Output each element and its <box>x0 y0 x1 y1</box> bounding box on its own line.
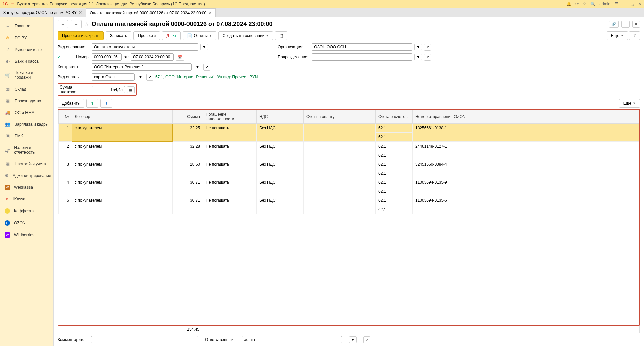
responsible-input[interactable] <box>241 336 342 343</box>
col-num[interactable]: № <box>59 110 72 124</box>
table-row[interactable]: 3с покупателем28,50Не погашатьБез НДС62.… <box>59 160 639 169</box>
dept-input[interactable] <box>312 53 412 61</box>
cell-acc1[interactable]: 62.1 <box>376 124 413 133</box>
sidebar-item[interactable]: 🛒Покупки и продажи <box>0 67 53 83</box>
cell-invoice[interactable] <box>304 142 376 160</box>
table-more-button[interactable]: Еще ▼ <box>619 99 640 108</box>
sidebar-item[interactable]: 🚚ОС и НМА <box>0 107 53 118</box>
dropdown-icon[interactable]: ▼ <box>349 336 357 343</box>
cell-repay[interactable]: Не погашать <box>203 160 257 178</box>
cell-invoice[interactable] <box>304 196 376 214</box>
sidebar-item[interactable]: ✻PO.BY <box>0 32 53 44</box>
bell-icon[interactable]: 🔔 <box>566 2 571 6</box>
open-icon[interactable]: ↗ <box>424 44 431 51</box>
cell-sum[interactable]: 32,28 <box>173 142 203 160</box>
close-icon[interactable]: ✕ <box>208 10 212 15</box>
payment-type-input[interactable] <box>92 73 135 81</box>
record-button[interactable]: Записать <box>106 31 131 40</box>
tab-ozon-load[interactable]: Загрузка продаж OZON по дням PO.BY ✕ <box>0 8 86 17</box>
col-accounts[interactable]: Счета расчетов <box>376 110 413 124</box>
calendar-icon[interactable]: 📅 <box>176 54 184 61</box>
cell-contract[interactable]: с покупателем <box>72 124 173 142</box>
sidebar-item[interactable]: ▦Склад <box>0 83 53 95</box>
cell-ozon[interactable]: 13256661-0138-1 <box>413 124 639 142</box>
cell-acc1[interactable]: 62.1 <box>376 160 413 169</box>
payment-link[interactable]: 57.1, ООО "Интернет Решения", б/н вид: П… <box>155 75 258 79</box>
dropdown-icon[interactable]: ▼ <box>200 44 208 50</box>
post-and-close-button[interactable]: Провести и закрыть <box>58 31 104 40</box>
dtkt-button[interactable]: ДтКт <box>162 31 181 40</box>
calculator-icon[interactable]: ▦ <box>127 86 135 93</box>
sidebar-item[interactable]: WWildberries <box>0 229 53 241</box>
cell-acc1[interactable]: 62.1 <box>376 196 413 205</box>
dropdown-icon[interactable]: ▼ <box>414 54 422 60</box>
cell-acc2[interactable]: 62.1 <box>376 133 413 142</box>
cell-repay[interactable]: Не погашать <box>203 124 257 142</box>
close-form-icon[interactable]: ✕ <box>632 21 640 28</box>
number-input[interactable] <box>92 53 122 61</box>
dropdown-icon[interactable]: ▼ <box>194 64 201 70</box>
open-icon[interactable]: ↗ <box>424 54 431 61</box>
operation-type-input[interactable] <box>92 43 198 51</box>
open-icon[interactable]: ↗ <box>203 64 210 71</box>
cell-vat[interactable]: Без НДС <box>257 160 304 178</box>
cell-ozon[interactable]: 11003694-0135-9 <box>413 178 639 196</box>
cell-sum[interactable]: 30,71 <box>173 196 203 214</box>
close-icon[interactable]: ✕ <box>79 10 83 15</box>
cell-acc2[interactable]: 62.1 <box>376 151 413 160</box>
favorite-icon[interactable]: ☆ <box>84 21 89 27</box>
sidebar-item[interactable]: ▦Настройки учета <box>0 158 53 170</box>
post-button[interactable]: Провести <box>133 31 160 40</box>
sidebar-item[interactable]: ДтНалоги и отчетность <box>0 142 53 158</box>
cell-repay[interactable]: Не погашать <box>203 178 257 196</box>
star-icon[interactable]: ☆ <box>583 2 586 6</box>
sidebar-item[interactable]: OOZON <box>0 217 53 229</box>
cell-contract[interactable]: с покупателем <box>72 178 173 196</box>
history-icon[interactable]: ⟳ <box>575 2 579 6</box>
search-icon[interactable]: 🔍 <box>590 2 595 6</box>
reports-button[interactable]: 📄 Отчеты ▼ <box>183 31 216 40</box>
table-row[interactable]: 2с покупателем32,28Не погашатьБез НДС62.… <box>59 142 639 151</box>
cell-repay[interactable]: Не погашать <box>203 142 257 160</box>
table-row[interactable]: 1с покупателем32,25Не погашатьБез НДС62.… <box>59 124 639 133</box>
cell-invoice[interactable] <box>304 160 376 178</box>
help-button[interactable]: ? <box>629 31 640 40</box>
cell-invoice[interactable] <box>304 178 376 196</box>
user-label[interactable]: admin <box>599 2 610 6</box>
add-button[interactable]: Добавить <box>58 99 84 108</box>
col-contract[interactable]: Договор <box>72 110 173 124</box>
amount-input[interactable] <box>92 86 125 93</box>
sidebar-item[interactable]: ↗Руководителю <box>0 44 53 55</box>
hamburger-icon[interactable]: ≡ <box>11 1 14 7</box>
cell-ozon[interactable]: 32451550-0384-4 <box>413 160 639 178</box>
table-row[interactable]: 5с покупателем30,71Не погашатьБез НДС62.… <box>59 196 639 205</box>
cell-vat[interactable]: Без НДС <box>257 196 304 214</box>
structure-button[interactable]: ⬚ <box>275 31 287 40</box>
cell-invoice[interactable] <box>304 124 376 142</box>
cell-vat[interactable]: Без НДС <box>257 178 304 196</box>
sidebar-item[interactable]: WWebkassa <box>0 181 53 193</box>
create-based-button[interactable]: Создать на основании ▼ <box>218 31 273 40</box>
cell-acc2[interactable]: 62.1 <box>376 205 413 214</box>
back-button[interactable]: ← <box>58 20 68 28</box>
more-button[interactable]: Еще ▼ <box>607 31 628 40</box>
dropdown-icon[interactable]: ▼ <box>137 74 144 80</box>
cell-contract[interactable]: с покупателем <box>72 142 173 160</box>
org-input[interactable] <box>312 43 412 51</box>
more-icon[interactable]: ⋮ <box>621 21 630 28</box>
sidebar-item[interactable]: KiKassa <box>0 193 53 205</box>
settings-icon[interactable]: ☰ <box>614 2 618 6</box>
minimize-icon[interactable]: — <box>622 2 626 6</box>
cell-repay[interactable]: Не погашать <box>203 196 257 214</box>
link-icon[interactable]: 🔗 <box>609 21 619 28</box>
open-icon[interactable]: ↗ <box>363 336 370 343</box>
col-vat[interactable]: НДС <box>257 110 304 124</box>
dropdown-icon[interactable]: ▼ <box>414 44 422 50</box>
cell-sum[interactable]: 32,25 <box>173 124 203 142</box>
cell-ozon[interactable]: 11003694-0135-5 <box>413 196 639 214</box>
cell-sum[interactable]: 28,50 <box>173 160 203 178</box>
col-ozon[interactable]: Номер отправления OZON <box>413 110 639 124</box>
col-repay[interactable]: Погашение задолженности <box>203 110 257 124</box>
sidebar-item[interactable]: ≡Главное <box>0 20 53 32</box>
cell-sum[interactable]: 30,71 <box>173 178 203 196</box>
